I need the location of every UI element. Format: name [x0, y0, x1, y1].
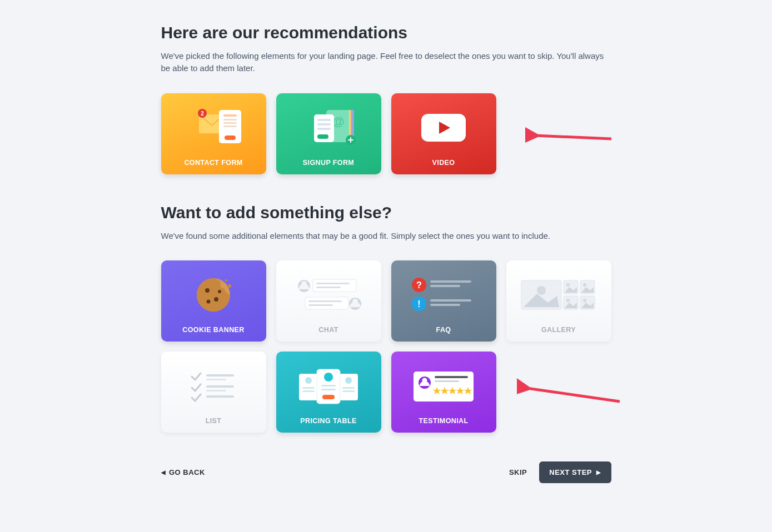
recommendations-description: We've picked the following elements for … [161, 50, 611, 74]
svg-rect-80 [322, 395, 335, 399]
svg-point-58 [566, 299, 570, 302]
svg-point-24 [205, 288, 210, 293]
svg-rect-65 [206, 385, 234, 388]
skip-button[interactable]: SKIP [509, 468, 527, 476]
next-step-button[interactable]: NEXT STEP ▶ [539, 461, 611, 483]
chat-icon [276, 260, 381, 326]
additional-grid: COOKIE BANNER CHAT [161, 260, 611, 433]
additional-title: Want to add something else? [161, 203, 611, 222]
svg-rect-71 [302, 390, 315, 392]
svg-rect-8 [225, 135, 236, 140]
card-signup-form[interactable]: @ SIGNUP FORM [276, 93, 381, 174]
recommendations-title: Here are our recommendations [161, 23, 611, 42]
next-step-label: NEXT STEP [549, 468, 592, 476]
card-faq[interactable]: ? ! FAQ [391, 260, 496, 342]
video-icon [391, 93, 496, 159]
svg-rect-85 [435, 380, 459, 382]
list-icon [161, 352, 266, 417]
svg-point-73 [345, 377, 352, 384]
card-label: SIGNUP FORM [303, 159, 354, 167]
card-label: CHAT [318, 326, 338, 334]
svg-rect-67 [206, 395, 234, 398]
svg-text:!: ! [417, 299, 420, 309]
svg-point-52 [566, 283, 570, 287]
card-list[interactable]: LIST [161, 352, 266, 433]
card-contact-form[interactable]: 2 CONTACT FORM [161, 93, 266, 174]
bottom-bar: ◀ GO BACK SKIP NEXT STEP ▶ [161, 461, 611, 483]
svg-rect-17 [317, 123, 331, 126]
card-video[interactable]: VIDEO [391, 93, 496, 174]
recommendations-grid: 2 CONTACT FORM @ [161, 93, 611, 174]
go-back-label: GO BACK [169, 468, 205, 476]
cookie-icon [161, 260, 266, 326]
svg-rect-37 [305, 297, 348, 309]
svg-line-91 [527, 388, 620, 401]
svg-rect-4 [223, 114, 237, 117]
svg-point-61 [583, 299, 586, 302]
annotation-arrow-icon [525, 127, 614, 149]
svg-rect-78 [321, 385, 336, 387]
card-label: VIDEO [432, 159, 455, 167]
svg-point-49 [537, 286, 546, 295]
svg-rect-38 [308, 300, 342, 302]
signup-form-icon: @ [276, 93, 381, 159]
svg-rect-66 [206, 390, 226, 392]
svg-rect-18 [317, 128, 331, 130]
svg-rect-6 [223, 122, 237, 124]
svg-line-22 [535, 135, 611, 139]
svg-point-27 [218, 290, 221, 293]
card-gallery[interactable]: GALLERY [506, 260, 611, 342]
faq-icon: ? ! [391, 260, 496, 326]
svg-point-25 [214, 297, 218, 302]
svg-rect-47 [430, 304, 460, 306]
svg-point-77 [324, 373, 333, 382]
svg-point-55 [583, 283, 586, 287]
svg-rect-19 [317, 134, 328, 139]
svg-rect-34 [316, 287, 341, 288]
chevron-right-icon: ▶ [596, 469, 601, 475]
svg-rect-64 [206, 379, 226, 380]
go-back-button[interactable]: ◀ GO BACK [161, 468, 205, 476]
card-testimonial[interactable]: TESTIMONIAL [391, 352, 496, 433]
pricing-table-icon [276, 352, 381, 417]
svg-point-29 [225, 279, 227, 282]
svg-text:2: 2 [201, 111, 204, 117]
svg-rect-46 [430, 299, 471, 302]
card-label: TESTIMONIAL [419, 417, 468, 425]
svg-rect-5 [223, 119, 237, 121]
svg-rect-84 [435, 376, 468, 378]
svg-rect-43 [430, 285, 460, 287]
card-label: CONTACT FORM [184, 159, 242, 167]
svg-rect-74 [342, 387, 355, 389]
svg-rect-70 [302, 387, 315, 389]
svg-text:@: @ [332, 114, 344, 128]
card-label: GALLERY [541, 326, 576, 334]
svg-rect-33 [316, 283, 350, 284]
additional-description: We've found some additional elements tha… [161, 230, 611, 242]
svg-rect-63 [206, 374, 234, 377]
card-chat[interactable]: CHAT [276, 260, 381, 342]
card-label: PRICING TABLE [300, 417, 357, 425]
svg-point-28 [228, 284, 231, 288]
svg-rect-79 [321, 389, 336, 390]
svg-rect-39 [308, 304, 333, 306]
card-cookie-banner[interactable]: COOKIE BANNER [161, 260, 266, 342]
svg-rect-32 [313, 279, 356, 292]
svg-point-69 [305, 377, 312, 384]
annotation-arrow-icon [517, 378, 622, 411]
svg-rect-16 [317, 119, 331, 121]
chevron-left-icon: ◀ [161, 469, 166, 475]
svg-text:?: ? [416, 280, 422, 290]
card-label: COOKIE BANNER [182, 326, 244, 334]
svg-rect-75 [342, 390, 355, 392]
svg-point-26 [207, 300, 211, 304]
testimonial-icon [391, 352, 496, 417]
card-pricing-table[interactable]: PRICING TABLE [276, 352, 381, 433]
card-label: FAQ [436, 326, 451, 334]
svg-rect-7 [223, 126, 237, 127]
svg-rect-42 [430, 280, 471, 283]
gallery-icon [506, 260, 611, 326]
card-label: LIST [206, 417, 222, 425]
contact-form-icon: 2 [161, 93, 266, 159]
